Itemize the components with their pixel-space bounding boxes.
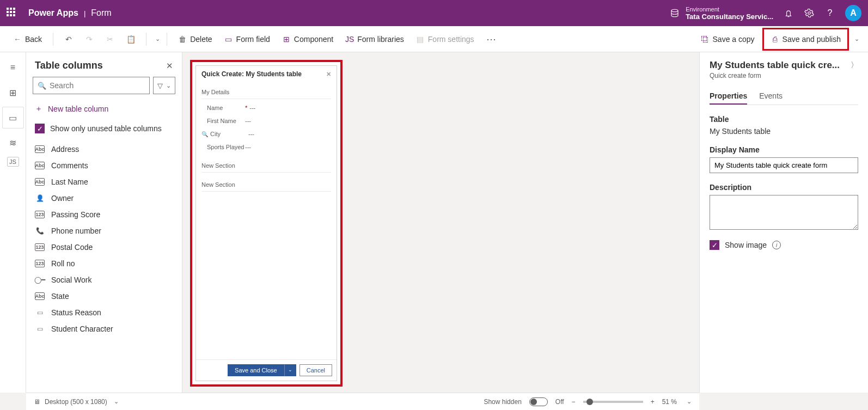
zoom-in-button[interactable]: + <box>651 398 655 406</box>
rail-hamburger[interactable]: ≡ <box>2 57 24 78</box>
panel-title: Table columns <box>35 60 166 71</box>
column-item[interactable]: AbcComments <box>26 157 182 174</box>
filter-chevron-icon: ⌄ <box>166 82 171 89</box>
field-city[interactable]: 🔍City--- <box>201 127 331 140</box>
column-item[interactable]: 📞Phone number <box>26 223 182 239</box>
column-item[interactable]: 123Roll no <box>26 255 182 272</box>
column-item[interactable]: ▭Status Reason <box>26 304 182 321</box>
save-publish-button[interactable]: ⎙Save and publish <box>766 32 845 47</box>
component-icon: ⊞ <box>282 35 291 44</box>
table-columns-panel: Table columns ✕ 🔍 ▽⌄ ＋New table column ✓… <box>26 52 182 393</box>
preview-save-close-button[interactable]: Save and Close <box>228 364 284 376</box>
form-settings-button[interactable]: ▤Form settings <box>412 32 479 47</box>
tab-properties[interactable]: Properties <box>710 88 747 105</box>
trash-icon: 🗑 <box>178 35 187 44</box>
section-new-2[interactable]: New Section <box>201 178 331 192</box>
form-libraries-button[interactable]: JSForm libraries <box>341 32 408 47</box>
back-button[interactable]: ←Back <box>9 32 46 47</box>
toggle-state: Off <box>555 398 564 406</box>
zoom-out-button[interactable]: − <box>572 398 576 406</box>
column-item[interactable]: 123Passing Score <box>26 206 182 223</box>
field-name[interactable]: Name*--- <box>201 101 331 114</box>
section-my-details[interactable]: My Details <box>201 85 331 99</box>
zoom-slider[interactable] <box>583 401 643 403</box>
column-item[interactable]: 👤Owner <box>26 190 182 206</box>
canvas-area[interactable]: Quick Create: My Students table ✕ My Det… <box>182 52 699 393</box>
brand-name[interactable]: Power Apps <box>28 8 78 18</box>
environment-icon <box>669 8 680 19</box>
input-description[interactable] <box>710 195 858 230</box>
rail-columns[interactable]: ▭ <box>2 107 24 128</box>
search-columns-input[interactable]: 🔍 <box>33 77 150 94</box>
paste-chevron-icon[interactable]: ⌄ <box>155 35 160 42</box>
zoom-value: 51 % <box>662 398 677 406</box>
environment-label: Environment <box>686 6 773 13</box>
column-label: Postal Code <box>51 243 93 252</box>
field-sports-played[interactable]: Sports Played--- <box>201 140 331 154</box>
user-avatar[interactable]: A <box>845 5 861 21</box>
help-icon[interactable]: ? <box>824 8 835 19</box>
rail-components[interactable]: ⊞ <box>2 82 24 103</box>
notifications-icon[interactable] <box>783 8 794 19</box>
cut-button[interactable]: ✂ <box>101 32 119 47</box>
field-icon: ▭ <box>224 35 233 44</box>
column-item[interactable]: AbcAddress <box>26 141 182 157</box>
rail-layers[interactable]: ≋ <box>2 132 24 154</box>
preview-save-split-button[interactable]: ⌄ <box>284 364 296 376</box>
environment-name: Tata Consultancy Servic... <box>686 13 773 21</box>
column-item[interactable]: ◯━Social Work <box>26 272 182 288</box>
field-first-name[interactable]: First Name--- <box>201 114 331 127</box>
save-publish-chevron-icon[interactable]: ⌄ <box>854 35 859 42</box>
component-button[interactable]: ⊞Component <box>278 32 338 47</box>
column-item[interactable]: AbcState <box>26 288 182 304</box>
preview-highlight: Quick Create: My Students table ✕ My Det… <box>190 60 343 387</box>
section-new-1[interactable]: New Section <box>201 159 331 173</box>
preview-cancel-button[interactable]: Cancel <box>299 364 332 376</box>
undo-icon: ↶ <box>64 35 73 44</box>
tab-events[interactable]: Events <box>759 88 783 105</box>
column-label: State <box>51 292 69 301</box>
new-table-column-button[interactable]: ＋New table column <box>26 100 182 118</box>
rail-js[interactable]: JS <box>7 157 19 167</box>
close-panel-button[interactable]: ✕ <box>166 61 173 71</box>
environment-picker[interactable]: Environment Tata Consultancy Servic... <box>669 6 773 21</box>
show-image-checkbox[interactable]: ✓ Show image i <box>710 240 858 250</box>
lookup-icon: 🔍 <box>201 131 208 137</box>
column-item[interactable]: AbcLast Name <box>26 174 182 190</box>
command-bar: ←Back ↶ ↷ ✂ 📋 ⌄ 🗑Delete ▭Form field ⊞Com… <box>0 26 868 52</box>
column-label: Address <box>51 145 79 154</box>
undo-button[interactable]: ↶ <box>60 32 77 47</box>
form-field-button[interactable]: ▭Form field <box>220 32 274 47</box>
settings-icon[interactable] <box>804 8 815 19</box>
input-display-name[interactable] <box>710 157 858 173</box>
column-item[interactable]: 123Postal Code <box>26 239 182 255</box>
save-copy-button[interactable]: ⿻Save a copy <box>696 32 759 47</box>
device-label[interactable]: Desktop (500 x 1080) <box>45 398 107 406</box>
device-chevron-icon[interactable]: ⌄ <box>114 398 119 405</box>
redo-button[interactable]: ↷ <box>81 32 98 47</box>
zoom-chevron-icon[interactable]: ⌄ <box>687 398 692 405</box>
info-icon[interactable]: i <box>772 241 781 249</box>
svg-point-0 <box>808 12 811 15</box>
search-icon: 🔍 <box>38 82 46 90</box>
preview-title: Quick Create: My Students table <box>201 70 302 78</box>
properties-panel: My Students table quick cre... 〉 Quick c… <box>699 52 868 393</box>
delete-button[interactable]: 🗑Delete <box>174 32 216 47</box>
properties-title: My Students table quick cre... <box>710 60 846 71</box>
libraries-icon: JS <box>345 35 354 44</box>
form-preview[interactable]: Quick Create: My Students table ✕ My Det… <box>195 65 337 381</box>
preview-close-icon[interactable]: ✕ <box>326 71 331 78</box>
filter-button[interactable]: ▽⌄ <box>153 77 175 94</box>
back-arrow-icon: ← <box>13 35 22 44</box>
show-unused-checkbox[interactable]: ✓ Show only unused table columns <box>26 118 182 139</box>
expand-properties-icon[interactable]: 〉 <box>851 60 858 70</box>
show-hidden-toggle[interactable] <box>529 397 548 406</box>
overflow-button[interactable]: ⋯ <box>482 33 500 45</box>
save-publish-icon: ⎙ <box>771 35 779 44</box>
search-field[interactable] <box>50 81 145 90</box>
paste-button[interactable]: 📋 <box>122 32 139 47</box>
column-item[interactable]: ▭Student Character <box>26 321 182 337</box>
column-label: Student Character <box>51 325 113 333</box>
column-label: Passing Score <box>51 210 100 219</box>
app-launcher-icon[interactable] <box>7 8 17 19</box>
